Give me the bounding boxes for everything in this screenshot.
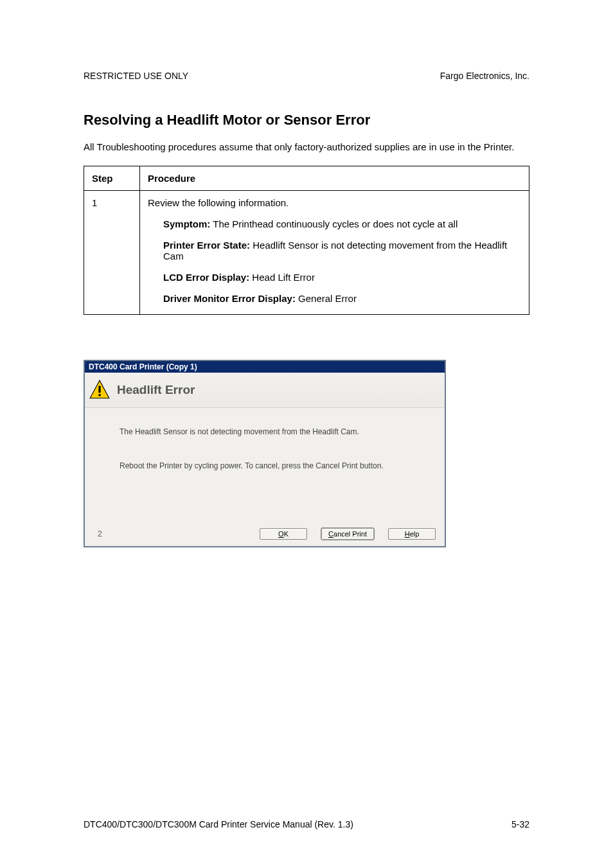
lcd-line: LCD Error Display: Head Lift Error bbox=[163, 272, 521, 283]
col-header-step: Step bbox=[84, 166, 140, 190]
dialog-header: Headlift Error bbox=[85, 373, 445, 408]
review-line: Review the following information. bbox=[148, 197, 521, 208]
driver-label: Driver Monitor Error Display: bbox=[163, 293, 296, 304]
dialog-titlebar: DTC400 Card Printer (Copy 1) bbox=[85, 361, 445, 373]
table-row: 1 Review the following information. Symp… bbox=[84, 190, 529, 314]
dialog-body: The Headlift Sensor is not detecting mov… bbox=[85, 408, 445, 523]
svg-rect-2 bbox=[98, 394, 100, 396]
cancel-print-button[interactable]: Cancel Print bbox=[321, 528, 374, 540]
intro-text: All Troubleshooting procedures assume th… bbox=[84, 140, 529, 154]
printer-state-line: Printer Error State: Headlift Sensor is … bbox=[163, 240, 521, 261]
symptom-label: Symptom: bbox=[163, 218, 210, 229]
procedure-table: Step Procedure 1 Review the following in… bbox=[84, 166, 529, 315]
printer-state-label: Printer Error State: bbox=[163, 240, 250, 251]
footer-right: 5-32 bbox=[511, 819, 529, 829]
ok-button[interactable]: OK bbox=[260, 528, 307, 540]
step-number: 1 bbox=[84, 190, 140, 314]
svg-rect-1 bbox=[98, 385, 100, 393]
procedure-cell: Review the following information. Sympto… bbox=[140, 190, 529, 314]
lcd-text: Head Lift Error bbox=[249, 272, 315, 283]
symptom-text: The Printhead continuously cycles or doe… bbox=[210, 218, 458, 229]
symptom-line: Symptom: The Printhead continuously cycl… bbox=[163, 218, 521, 229]
error-dialog: DTC400 Card Printer (Copy 1) Headlift Er… bbox=[84, 360, 446, 547]
driver-text: General Error bbox=[296, 293, 357, 304]
dialog-body-line-2: Reboot the Printer by cycling power. To … bbox=[120, 461, 434, 472]
dialog-heading: Headlift Error bbox=[117, 383, 195, 397]
lcd-label: LCD Error Display: bbox=[163, 272, 249, 283]
dialog-footer: 2 OK Cancel Print Help bbox=[85, 523, 445, 546]
help-button[interactable]: Help bbox=[388, 528, 436, 540]
dialog-body-line-1: The Headlift Sensor is not detecting mov… bbox=[120, 427, 434, 438]
dialog-page-number: 2 bbox=[94, 529, 102, 538]
header-right: Fargo Electronics, Inc. bbox=[440, 71, 529, 81]
driver-line: Driver Monitor Error Display: General Er… bbox=[163, 293, 521, 304]
section-title: Resolving a Headlift Motor or Sensor Err… bbox=[84, 112, 529, 128]
header-left: RESTRICTED USE ONLY bbox=[84, 71, 188, 81]
warning-icon bbox=[89, 379, 111, 401]
col-header-procedure: Procedure bbox=[140, 166, 529, 190]
footer-left: DTC400/DTC300/DTC300M Card Printer Servi… bbox=[84, 819, 353, 829]
